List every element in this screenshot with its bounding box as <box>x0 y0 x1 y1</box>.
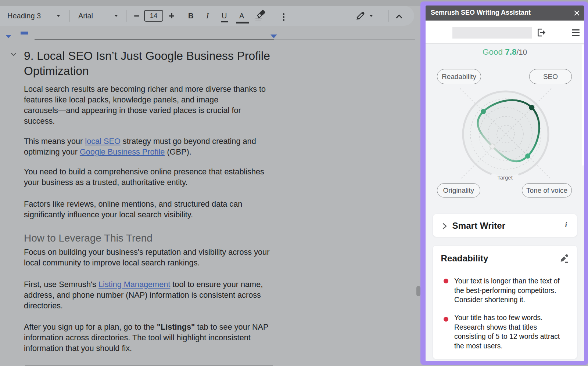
svg-text:Target: Target <box>497 174 513 181</box>
